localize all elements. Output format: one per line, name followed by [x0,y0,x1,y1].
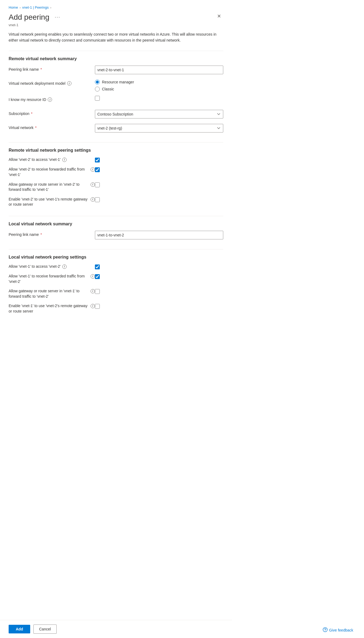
give-feedback-label: Give feedback [329,628,353,632]
local-allow-forwarded-info-icon[interactable]: i [91,274,95,279]
virtual-network-select[interactable]: vnet-2 (test-rg) [95,124,223,133]
subscription-select[interactable]: Contoso Subscription [95,110,223,118]
virtual-network-required: * [35,125,36,130]
divider-1 [9,51,223,51]
remote-allow-gateway-label-group: Allow gateway or route server in 'vnet-2… [9,182,95,192]
local-summary-section: Local virtual network summary Peering li… [9,222,223,240]
local-allow-forwarded-label: Allow 'vnet-1' to receive forwarded traf… [9,274,89,284]
required-star: * [40,67,42,72]
local-allow-access-row: Allow 'vnet-1' to access 'vnet-2' i [9,264,223,269]
footer-bar: Add Cancel [0,620,232,638]
subscription-required: * [31,111,32,116]
divider-3 [9,216,223,216]
local-required-star: * [40,232,42,237]
subscription-control: Contoso Subscription [95,110,223,118]
breadcrumb-sep-1: › [20,6,21,9]
subscription-row: Subscription * Contoso Subscription [9,110,223,120]
local-peering-settings-section: Local virtual network peering settings A… [9,255,223,314]
remote-allow-gateway-row: Allow gateway or route server in 'vnet-2… [9,182,223,192]
deployment-model-info-icon[interactable]: i [67,81,71,86]
remote-allow-forwarded-checkbox-item[interactable] [95,167,100,172]
local-enable-gateway-info-icon[interactable]: i [91,304,95,308]
remote-summary-title: Remote virtual network summary [9,56,223,61]
local-summary-title: Local virtual network summary [9,222,223,226]
radio-classic-input[interactable] [95,87,100,91]
close-button[interactable]: ✕ [215,13,223,20]
remote-allow-forwarded-info-icon[interactable]: i [91,167,95,172]
svg-point-1 [325,631,325,631]
remote-allow-forwarded-label: Allow 'vnet-2' to receive forwarded traf… [9,167,89,177]
local-allow-gateway-control [95,289,100,294]
remote-allow-access-label-group: Allow 'vnet-2' to access 'vnet-1' i [9,157,95,162]
remote-enable-gateway-checkbox-item[interactable] [95,197,100,202]
breadcrumb-home[interactable]: Home [9,5,18,9]
remote-summary-section: Remote virtual network summary Peering l… [9,56,223,134]
breadcrumb-vnet[interactable]: vnet-1 | Peerings [22,5,49,9]
resource-id-control [95,96,223,101]
remote-enable-gateway-checkbox[interactable] [95,197,100,202]
local-allow-gateway-label: Allow gateway or route server in 'vnet-1… [9,289,89,299]
local-peering-link-row: Peering link name * [9,231,223,240]
remote-allow-access-info-icon[interactable]: i [62,158,67,162]
subscription-label: Subscription * [9,110,95,116]
remote-enable-gateway-label: Enable 'vnet-2' to use 'vnet-1's remote … [9,197,89,207]
remote-allow-gateway-control [95,182,100,187]
resource-id-checkbox[interactable] [95,96,100,101]
local-allow-forwarded-checkbox-item[interactable] [95,274,100,279]
local-allow-forwarded-label-group: Allow 'vnet-1' to receive forwarded traf… [9,274,95,284]
local-allow-access-info-icon[interactable]: i [62,264,67,269]
virtual-network-label: Virtual network * [9,124,95,130]
remote-enable-gateway-info-icon[interactable]: i [91,197,95,202]
remote-allow-forwarded-row: Allow 'vnet-2' to receive forwarded traf… [9,167,223,177]
divider-2 [9,142,223,142]
local-peering-link-control [95,231,223,239]
give-feedback-link[interactable]: Give feedback [323,627,353,633]
local-allow-gateway-info-icon[interactable]: i [91,289,95,293]
add-button[interactable]: Add [9,625,30,633]
remote-allow-gateway-checkbox-item[interactable] [95,182,100,187]
local-enable-gateway-row: Enable 'vnet-1' to use 'vnet-2's remote … [9,303,223,314]
radio-resource-manager-input[interactable] [95,80,100,84]
local-allow-access-control [95,264,100,269]
resource-id-info-icon[interactable]: i [48,97,52,102]
page-description: Virtual network peering enables you to s… [9,31,223,43]
remote-allow-gateway-info-icon[interactable]: i [91,182,95,187]
local-allow-gateway-checkbox-item[interactable] [95,289,100,294]
local-allow-gateway-checkbox[interactable] [95,289,100,294]
local-peering-link-input[interactable] [95,231,223,239]
radio-classic-label: Classic [102,87,114,91]
local-allow-access-checkbox-item[interactable] [95,264,100,269]
local-allow-access-label-group: Allow 'vnet-1' to access 'vnet-2' i [9,264,95,269]
local-allow-gateway-row: Allow gateway or route server in 'vnet-1… [9,289,223,299]
remote-allow-access-checkbox-item[interactable] [95,158,100,162]
local-allow-gateway-label-group: Allow gateway or route server in 'vnet-1… [9,289,95,299]
local-enable-gateway-checkbox[interactable] [95,304,100,309]
radio-classic[interactable]: Classic [95,87,223,91]
local-allow-access-label: Allow 'vnet-1' to access 'vnet-2' [9,264,61,269]
local-allow-access-checkbox[interactable] [95,264,100,269]
remote-allow-gateway-checkbox[interactable] [95,182,100,187]
resource-id-row: I know my resource ID i [9,96,223,106]
remote-allow-forwarded-checkbox[interactable] [95,167,100,172]
peering-link-input[interactable] [95,66,223,74]
page-title-row: Add peering ··· [9,13,63,22]
remote-enable-gateway-row: Enable 'vnet-2' to use 'vnet-1's remote … [9,197,223,207]
local-enable-gateway-label-group: Enable 'vnet-1' to use 'vnet-2's remote … [9,303,95,314]
local-peering-settings-title: Local virtual network peering settings [9,255,223,260]
remote-allow-access-checkbox[interactable] [95,158,100,162]
remote-allow-forwarded-control [95,167,100,172]
remote-allow-gateway-label: Allow gateway or route server in 'vnet-2… [9,182,89,192]
feedback-icon [323,627,328,633]
cancel-button[interactable]: Cancel [33,625,57,634]
breadcrumb-sep-2: › [50,6,51,9]
resource-id-checkbox-item[interactable] [95,96,223,101]
more-options-button[interactable]: ··· [53,13,63,21]
local-allow-forwarded-control [95,274,100,279]
divider-4 [9,249,223,249]
local-enable-gateway-checkbox-item[interactable] [95,304,100,309]
local-allow-forwarded-checkbox[interactable] [95,274,100,279]
remote-peering-settings-section: Remote virtual network peering settings … [9,148,223,207]
local-peering-link-label: Peering link name * [9,231,95,237]
radio-resource-manager[interactable]: Resource manager [95,80,223,84]
page-subtitle: vnet-1 [9,23,223,27]
